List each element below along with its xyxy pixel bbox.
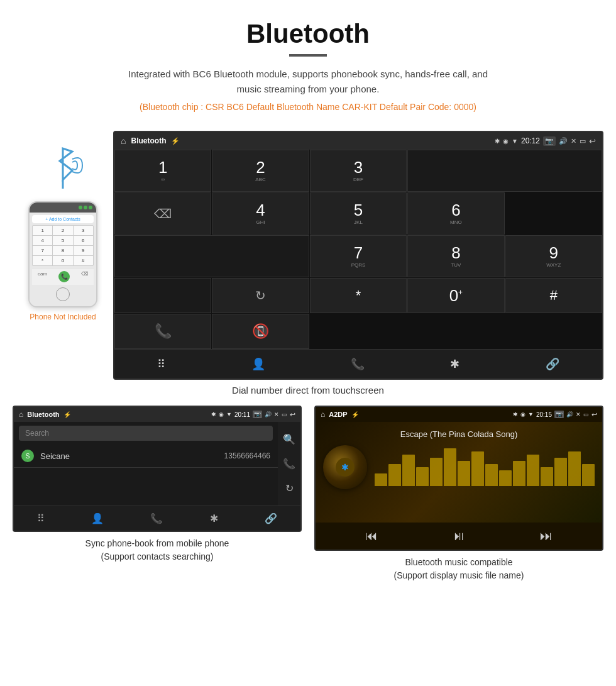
dial-key-2[interactable]: 2 ABC xyxy=(212,150,309,192)
bottom-row: ⌂ Bluetooth ⚡ ✱ ◉ ▼ 20:11 📷 🔊 ✕ ▭ ↩ xyxy=(0,406,616,582)
mus-wifi-icon: ▼ xyxy=(528,411,534,418)
status-bar-right: ✱ ◉ ▼ 20:12 📷 🔊 ✕ ▭ ↩ xyxy=(495,136,596,146)
pb-close-icon[interactable]: ✕ xyxy=(274,411,279,418)
pb-phone-icon[interactable]: 📞 xyxy=(150,512,163,524)
pb-back-icon[interactable]: ↩ xyxy=(290,411,295,419)
play-pause-button[interactable]: ⏯ xyxy=(453,529,465,543)
page-header: Bluetooth Integrated with BC6 Bluetooth … xyxy=(0,0,616,131)
music-caption: Bluetooth music compatible(Support displ… xyxy=(314,556,603,582)
phone-add-contact: + Add to Contacts xyxy=(32,215,94,223)
music-controls: ⏮ ⏯ ⏭ xyxy=(316,523,602,550)
phone-status-dot3 xyxy=(89,206,92,209)
car-head-unit-screen: ⌂ Bluetooth ⚡ ✱ ◉ ▼ 20:12 📷 🔊 ✕ ▭ ↩ 1 ∞ xyxy=(113,131,603,380)
phone-side: + Add to Contacts 1 2 3 4 5 6 7 8 9 * 0 … xyxy=(13,131,113,380)
phone-icon[interactable]: 📞 xyxy=(351,357,365,371)
close-icon[interactable]: ✕ xyxy=(571,137,576,145)
phone-status-dot2 xyxy=(84,206,87,209)
dial-call-button[interactable]: 📞 xyxy=(114,314,211,349)
song-title: Escape (The Pina Colada Song) xyxy=(400,429,517,439)
phone-status-bar xyxy=(30,202,96,213)
location-icon: ◉ xyxy=(503,138,509,145)
main-caption: Dial number direct from touchscreen xyxy=(0,385,616,396)
dial-key-1[interactable]: 1 ∞ xyxy=(114,150,211,192)
phone-home-button[interactable] xyxy=(56,287,70,301)
specs: (Bluetooth chip : CSR BC6 Default Blueto… xyxy=(13,102,603,112)
dial-key-hash[interactable]: # xyxy=(505,278,602,313)
phone-dialpad: 1 2 3 4 5 6 7 8 9 * 0 # xyxy=(32,225,94,266)
eq-bar xyxy=(554,458,567,486)
dial-key-7[interactable]: 7 PQRS xyxy=(310,235,407,277)
phone-key-9: 9 xyxy=(74,246,93,255)
dial-key-4[interactable]: 4 GHI xyxy=(212,192,309,235)
pb-call-icon[interactable]: 📞 xyxy=(283,458,295,470)
pb-cam-icon[interactable]: 📷 xyxy=(253,411,262,418)
fullscreen-icon[interactable]: ▭ xyxy=(580,137,586,145)
dialpad-icon[interactable]: ⠿ xyxy=(157,357,165,371)
pb-search-icon[interactable]: 🔍 xyxy=(283,433,295,445)
dial-key-6[interactable]: 6 MNO xyxy=(407,192,504,235)
camera-icon[interactable]: 📷 xyxy=(543,136,556,146)
album-inner: ✱ xyxy=(336,458,355,477)
eq-bar xyxy=(541,467,553,486)
pb-link-icon[interactable]: 🔗 xyxy=(265,512,277,524)
dial-key-8[interactable]: 8 TUV xyxy=(407,235,504,277)
dial-hangup-button[interactable]: 📵 xyxy=(212,314,309,349)
eq-bar xyxy=(458,461,470,486)
phonebook-list: Search S Seicane 13566664466 xyxy=(14,422,278,506)
bluetooth-symbol-icon xyxy=(38,143,88,194)
music-item: ⌂ A2DP ⚡ ✱ ◉ ▼ 20:15 📷 🔊 ✕ ▭ ↩ xyxy=(314,406,603,582)
eq-bar xyxy=(402,455,415,486)
pb-sync-icon[interactable]: ↻ xyxy=(285,482,294,494)
mus-loc-icon: ◉ xyxy=(520,411,525,418)
eq-bar xyxy=(485,464,498,486)
phone-key-4: 4 xyxy=(33,236,52,245)
volume-icon[interactable]: 🔊 xyxy=(559,137,568,145)
phone-not-included-label: Phone Not Included xyxy=(30,313,96,321)
phonebook-empty-space xyxy=(14,468,278,506)
screen-title: Bluetooth xyxy=(131,136,166,145)
dial-key-0[interactable]: 0+ xyxy=(407,278,504,313)
pb-full-icon[interactable]: ▭ xyxy=(282,411,287,418)
home-icon[interactable]: ⌂ xyxy=(121,136,126,146)
car-status-bar: ⌂ Bluetooth ⚡ ✱ ◉ ▼ 20:12 📷 🔊 ✕ ▭ ↩ xyxy=(114,132,602,150)
dial-backspace[interactable]: ⌫ xyxy=(114,192,211,235)
mus-home-icon[interactable]: ⌂ xyxy=(321,410,325,419)
mus-vol-icon[interactable]: 🔊 xyxy=(566,411,573,418)
eq-bar xyxy=(388,464,401,486)
mus-cam-icon[interactable]: 📷 xyxy=(554,411,564,418)
time-display: 20:12 xyxy=(521,136,540,145)
dial-key-9[interactable]: 9 WXYZ xyxy=(505,235,602,277)
phone-key-star: * xyxy=(33,256,52,265)
eq-bar xyxy=(444,448,456,486)
phone-call-button[interactable]: 📞 xyxy=(58,271,70,282)
pb-dialpad-icon[interactable]: ⠿ xyxy=(37,512,45,524)
mus-close-icon[interactable]: ✕ xyxy=(576,411,581,418)
contacts-icon[interactable]: 👤 xyxy=(251,357,265,371)
pb-home-icon[interactable]: ⌂ xyxy=(19,410,23,419)
next-button[interactable]: ⏭ xyxy=(540,529,553,543)
contact-entry[interactable]: S Seicane 13566664466 xyxy=(14,445,278,468)
bluetooth-icon[interactable]: ✱ xyxy=(450,357,459,371)
phonebook-search-box[interactable]: Search xyxy=(19,426,273,441)
album-art: ✱ xyxy=(323,445,367,489)
link-icon[interactable]: 🔗 xyxy=(546,357,559,371)
pb-bt-nav-icon[interactable]: ✱ xyxy=(210,512,218,524)
mus-bt-icon: ✱ xyxy=(513,411,518,418)
music-screen: ⌂ A2DP ⚡ ✱ ◉ ▼ 20:15 📷 🔊 ✕ ▭ ↩ xyxy=(314,406,603,551)
description: Integrated with BC6 Bluetooth module, su… xyxy=(119,67,497,97)
dial-reload[interactable]: ↻ xyxy=(212,278,309,313)
pb-vol-icon[interactable]: 🔊 xyxy=(265,411,272,418)
back-icon[interactable]: ↩ xyxy=(589,136,596,146)
prev-button[interactable]: ⏮ xyxy=(365,529,378,543)
eq-bar xyxy=(582,464,595,486)
dial-key-3[interactable]: 3 DEF xyxy=(310,150,407,192)
dial-key-star[interactable]: * xyxy=(310,278,407,313)
pb-contacts-icon[interactable]: 👤 xyxy=(91,512,104,524)
title-underline xyxy=(289,54,327,57)
search-placeholder: Search xyxy=(25,429,49,438)
dial-key-5[interactable]: 5 JKL xyxy=(310,192,407,235)
mus-back-icon[interactable]: ↩ xyxy=(591,411,597,419)
usb-icon: ⚡ xyxy=(171,137,180,145)
phone-key-5: 5 xyxy=(53,236,72,245)
mus-full-icon[interactable]: ▭ xyxy=(583,411,589,418)
